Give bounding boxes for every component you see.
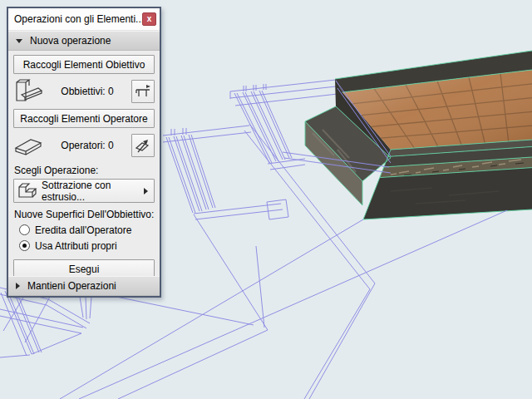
palette-title: Operazioni con gli Elementi... xyxy=(14,13,142,25)
section-header-mantieni-operazioni[interactable]: Mantieni Operazioni xyxy=(8,276,160,296)
operator-elements-icon xyxy=(13,132,43,159)
close-icon: x xyxy=(147,15,152,23)
palette-titlebar[interactable]: Operazioni con gli Elementi... x xyxy=(8,8,160,31)
pick-target-icon xyxy=(135,83,151,100)
pick-operator-icon xyxy=(135,137,151,154)
operation-dropdown[interactable]: Sottrazione con estrusio... xyxy=(13,179,155,203)
operation-value: Sottrazione con estrusio... xyxy=(42,180,144,203)
radio-own-attributes[interactable]: Usa Attributi propri xyxy=(19,239,160,252)
close-button[interactable]: x xyxy=(142,12,156,26)
targets-row: Obbiettivi: 0 xyxy=(13,78,155,105)
radio-inherit-operator[interactable]: Eredita dall'Operatore xyxy=(19,224,160,236)
target-elements-icon xyxy=(13,78,43,105)
radio-selected-icon xyxy=(19,240,30,251)
section-label: Mantieni Operazioni xyxy=(27,280,116,292)
radio-label: Eredita dall'Operatore xyxy=(35,224,131,236)
radio-label: Usa Attributi propri xyxy=(35,240,117,252)
pick-target-button[interactable] xyxy=(131,80,155,103)
section-label: Nuova operazione xyxy=(30,35,111,47)
choose-operation-label: Scegli Operazione: xyxy=(14,165,160,176)
new-surfaces-label: Nuove Superfici Dell'Obbiettivo: xyxy=(14,209,160,220)
chevron-right-icon xyxy=(144,188,148,195)
chevron-right-icon xyxy=(16,283,20,289)
targets-count-label: Obbiettivi: 0 xyxy=(43,86,131,97)
operators-count-label: Operatori: 0 xyxy=(43,140,131,151)
collect-target-elements-button[interactable]: Raccogli Elementi Obiettivo xyxy=(13,55,155,74)
operators-row: Operatori: 0 xyxy=(13,132,155,159)
collect-operator-elements-button[interactable]: Raccogli Elementi Operatore xyxy=(13,109,155,128)
chevron-down-icon xyxy=(16,39,22,43)
solid-operations-palette: Operazioni con gli Elementi... x Nuova o… xyxy=(7,7,161,298)
section-header-nuova-operazione[interactable]: Nuova operazione xyxy=(8,31,160,51)
subtraction-with-extrusion-icon xyxy=(17,180,38,202)
pick-operator-button[interactable] xyxy=(131,134,155,157)
radio-unselected-icon xyxy=(19,224,30,235)
application-window: Operazioni con gli Elementi... x Nuova o… xyxy=(0,0,532,399)
